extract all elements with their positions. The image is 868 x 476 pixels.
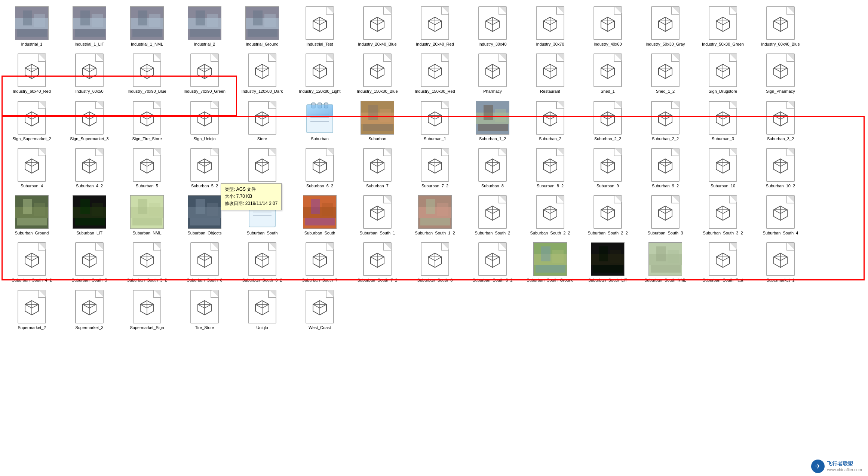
file-item[interactable]: Restaurant: [522, 51, 578, 96]
file-item[interactable]: Industry_50x30_Gray: [637, 4, 693, 49]
svg-rect-285: [656, 246, 666, 261]
file-item[interactable]: Industrial_1: [4, 4, 60, 49]
file-item[interactable]: Industry_30x40: [464, 4, 521, 49]
file-item[interactable]: Industry_70x90_Green: [177, 51, 233, 96]
file-item[interactable]: Suburban_4: [4, 145, 60, 191]
file-item[interactable]: Supermarket_Sign: [119, 287, 175, 333]
file-item[interactable]: Suburban: [349, 98, 405, 144]
file-item[interactable]: Supermarket_3: [61, 287, 117, 333]
file-item[interactable]: Suburban: [292, 98, 348, 144]
file-item[interactable]: Suburban_10: [695, 145, 751, 191]
file-item[interactable]: Industrial_2: [177, 4, 233, 49]
svg-rect-14: [132, 29, 162, 37]
file-item[interactable]: Sign_Supermarket_3: [61, 98, 117, 144]
file-item[interactable]: Supermarket_1: [752, 240, 809, 285]
watermark: ✈ 飞行者联盟 www.chinaflier.com: [811, 460, 862, 473]
file-label: Suburban_8: [481, 183, 504, 188]
file-item[interactable]: Industrial_1_LIT: [61, 4, 117, 49]
file-item[interactable]: Tire_Store: [177, 287, 233, 333]
file-label: Suburban_South: [247, 230, 278, 236]
file-item[interactable]: Suburban_3: [695, 98, 751, 144]
file-item[interactable]: Suburban_8: [464, 145, 521, 191]
file-item[interactable]: Suburban_South_6: [177, 240, 233, 285]
file-item[interactable]: Suburban_South_8: [407, 240, 463, 285]
file-label: Suburban_South_2_2: [588, 230, 628, 236]
file-label: Suburban_South_Ground: [527, 277, 573, 283]
file-item[interactable]: Suburban_5: [119, 145, 175, 191]
file-item[interactable]: Suburban_Ground: [4, 193, 60, 238]
file-item[interactable]: Industry_50x30_Green: [695, 4, 751, 49]
file-icon: [15, 101, 49, 135]
file-item[interactable]: Industry_150x80_Red: [407, 51, 463, 96]
file-item[interactable]: Suburban_7: [349, 145, 405, 191]
file-item[interactable]: Suburban_NML: [119, 193, 175, 238]
file-item[interactable]: Industry_60x40_Blue: [752, 4, 809, 49]
file-item[interactable]: Suburban_South_Test: [695, 240, 751, 285]
file-item[interactable]: Industry_120x80_Light: [292, 51, 348, 96]
file-icon: [706, 148, 740, 182]
file-item[interactable]: Suburban_South_8_2: [464, 240, 521, 285]
file-item[interactable]: Pharmacy: [464, 51, 521, 96]
file-item[interactable]: Industrial_Test: [292, 4, 348, 49]
file-item[interactable]: Suburban_7_2: [407, 145, 463, 191]
file-item[interactable]: Sign_Uniqlo: [177, 98, 233, 144]
file-item[interactable]: Industry_40x60: [580, 4, 636, 49]
file-item[interactable]: Industrial_Ground: [234, 4, 290, 49]
file-item[interactable]: Suburban_6_2: [292, 145, 348, 191]
file-item[interactable]: Supermarket_2: [4, 287, 60, 333]
file-item[interactable]: Suburban_9: [580, 145, 636, 191]
file-item[interactable]: Industry_30x70: [522, 4, 578, 49]
file-item[interactable]: Industry_20x40_Red: [407, 4, 463, 49]
file-item[interactable]: Industry_150x80_Blue: [349, 51, 405, 96]
file-item[interactable]: Store: [234, 98, 290, 144]
file-item[interactable]: Suburban_South_7_2: [349, 240, 405, 285]
file-item[interactable]: Suburban_South: [292, 193, 348, 238]
file-item[interactable]: Shed_1: [580, 51, 636, 96]
file-item[interactable]: Suburban_4_2: [61, 145, 117, 191]
file-item[interactable]: Suburban_South_2: [464, 193, 521, 238]
file-item[interactable]: Suburban_South_NML: [637, 240, 693, 285]
file-item[interactable]: Suburban_3_2: [752, 98, 809, 144]
file-item[interactable]: Suburban_9_2: [637, 145, 693, 191]
file-label: Suburban_1: [424, 136, 446, 141]
file-item[interactable]: Suburban_South_Ground: [522, 240, 578, 285]
file-item[interactable]: Sign_Tire_Store: [119, 98, 175, 144]
file-item[interactable]: Suburban_South_5: [61, 240, 117, 285]
file-item[interactable]: Industry_60x40_Red: [4, 51, 60, 96]
file-item[interactable]: Suburban_South_7: [292, 240, 348, 285]
file-item[interactable]: Suburban_South_LIT: [580, 240, 636, 285]
file-item[interactable]: Suburban_South_1_2: [407, 193, 463, 238]
file-item[interactable]: Industry_120x80_Dark: [234, 51, 290, 96]
file-label: Suburban_South_1_2: [415, 230, 455, 236]
file-item[interactable]: Suburban_10_2: [752, 145, 809, 191]
file-item[interactable]: Industry_70x90_Blue: [119, 51, 175, 96]
file-item[interactable]: Uniqlo: [234, 287, 290, 333]
file-item[interactable]: Suburban_South_1: [349, 193, 405, 238]
file-item[interactable]: Suburban_South_2_2: [580, 193, 636, 238]
file-item[interactable]: Suburban_8_2: [522, 145, 578, 191]
file-item[interactable]: Suburban_1_2: [464, 98, 521, 144]
file-item[interactable]: Suburban_2: [522, 98, 578, 144]
file-item[interactable]: Suburban_1: [407, 98, 463, 144]
file-item[interactable]: Suburban_2_2: [637, 98, 693, 144]
file-item[interactable]: Industrial_1_NML: [119, 4, 175, 49]
file-item[interactable]: Shed_1_2: [637, 51, 693, 96]
file-icon: [706, 195, 740, 229]
file-item[interactable]: Suburban_South_6_2: [234, 240, 290, 285]
file-item[interactable]: Suburban_South_4_2: [4, 240, 60, 285]
svg-rect-204: [196, 199, 205, 214]
file-item[interactable]: West_Coast: [292, 287, 348, 333]
file-item[interactable]: Suburban_2_2: [580, 98, 636, 144]
file-item[interactable]: Industry_20x40_Blue: [349, 4, 405, 49]
file-item[interactable]: Sign_Supermarket_2: [4, 98, 60, 144]
file-item[interactable]: Suburban_LIT: [61, 193, 117, 238]
file-item[interactable]: Suburban_South_4: [752, 193, 809, 238]
file-item[interactable]: Suburban_South_3: [637, 193, 693, 238]
file-item[interactable]: Sign_Pharmacy: [752, 51, 809, 96]
file-item[interactable]: Suburban_South_2_2: [522, 193, 578, 238]
file-item[interactable]: Industry_60x50: [61, 51, 117, 96]
file-item[interactable]: Sign_Drugstore: [695, 51, 751, 96]
file-item[interactable]: Suburban_South_5_2: [119, 240, 175, 285]
tooltip-size: 大小: 7.70 KB: [225, 193, 277, 200]
file-item[interactable]: Suburban_South_3_2: [695, 193, 751, 238]
